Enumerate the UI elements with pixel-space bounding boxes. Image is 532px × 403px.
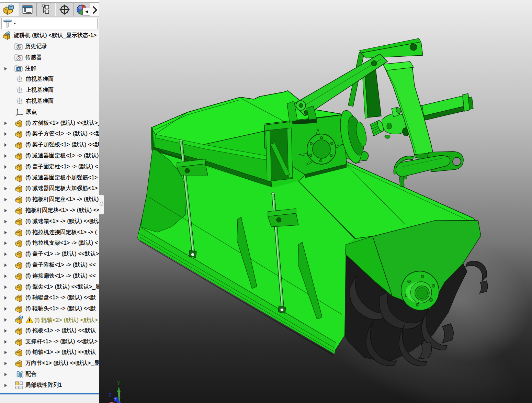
svg-text:Y: Y [117,380,120,386]
svg-text:Z: Z [109,392,112,398]
svg-text:A: A [18,68,20,71]
